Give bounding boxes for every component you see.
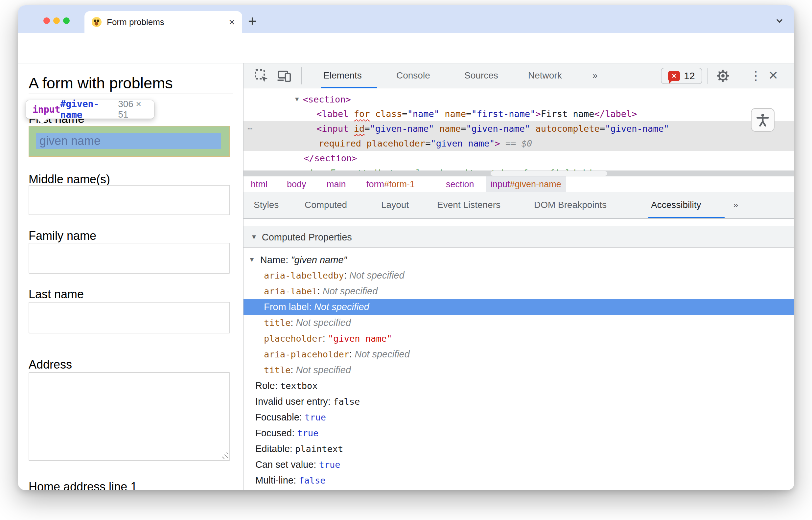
label-home-address-1: Home address line 1 xyxy=(29,480,137,490)
label-address: Address xyxy=(29,358,72,371)
tooltip-element-tag: input xyxy=(32,104,60,115)
browser-tab[interactable]: Form problems × xyxy=(84,11,242,33)
breadcrumb-input-selected[interactable]: input#given-name xyxy=(486,176,566,192)
error-count: 12 xyxy=(684,70,695,81)
breadcrumb-main[interactable]: main xyxy=(327,176,346,192)
tab-styles[interactable]: Styles xyxy=(254,192,279,218)
tab-computed[interactable]: Computed xyxy=(305,192,347,218)
collapse-triangle-icon: ▼ xyxy=(251,233,257,240)
dom-node-input-wrap[interactable]: required placeholder="given name"> == $0 xyxy=(244,136,794,151)
tab-title: Form problems xyxy=(107,17,229,27)
sidebar-more-tabs-icon[interactable]: » xyxy=(733,192,738,218)
ax-row-from-label-selected[interactable]: From label: Not specified xyxy=(244,299,794,315)
last-name-input[interactable] xyxy=(29,302,230,333)
ax-row-invalid-user-entry[interactable]: Invalid user entry: false xyxy=(244,393,794,409)
sidebar-spacer xyxy=(244,219,794,226)
tab-accessibility[interactable]: Accessibility xyxy=(651,192,701,218)
tab-dom-breakpoints[interactable]: DOM Breakpoints xyxy=(534,192,607,218)
tab-close-icon[interactable]: × xyxy=(229,17,235,27)
middle-name-input[interactable] xyxy=(29,185,230,215)
dom-node-input-selected[interactable]: <input id="given-name" name="given-name"… xyxy=(244,121,794,136)
ax-row-title-2[interactable]: title: Not specified xyxy=(244,362,794,378)
devtools-menu-icon[interactable]: ⋮ xyxy=(750,67,762,84)
dom-breadcrumbs: html body main form#form-1 section input… xyxy=(244,176,794,192)
accessibility-person-button[interactable] xyxy=(751,108,775,132)
ax-row-aria-label[interactable]: aria-label: Not specified xyxy=(244,283,794,299)
ax-row-role[interactable]: Role: textbox xyxy=(244,378,794,393)
scrollbar-thumb[interactable] xyxy=(491,171,607,176)
tab-search-chevron-icon[interactable] xyxy=(774,15,785,26)
ax-row-editable[interactable]: Editable: plaintext xyxy=(244,441,794,457)
tab-favicon-emoji-icon xyxy=(92,17,102,27)
dom-node-section-close[interactable]: </section> xyxy=(244,151,794,165)
dom-node-label[interactable]: <label for class="name" name="first-name… xyxy=(244,106,794,121)
new-tab-button[interactable]: + xyxy=(248,14,257,28)
traffic-light-close[interactable] xyxy=(43,18,50,24)
device-toolbar-icon[interactable] xyxy=(276,68,292,84)
tab-console[interactable]: Console xyxy=(396,63,430,88)
page-title: A form with problems xyxy=(29,74,173,92)
dom-node-section-open[interactable]: ▼<section> xyxy=(244,92,794,106)
console-errors-badge[interactable]: × 12 xyxy=(661,68,702,84)
tooltip-element-id: #given-name xyxy=(60,99,110,120)
devtools-toolbar: Elements Console Sources Network » × 12 xyxy=(244,63,794,88)
tooltip-element-size: 306 × 51 xyxy=(118,99,148,120)
inspect-tooltip: input#given-name 306 × 51 xyxy=(26,100,154,119)
browser-window: Form problems × + ← → form-problems.glit… xyxy=(18,5,794,490)
breadcrumb-html[interactable]: html xyxy=(251,176,268,192)
settings-gear-icon[interactable] xyxy=(715,68,731,83)
sidebar-tabs: Styles Computed Layout Event Listeners D… xyxy=(244,192,794,219)
traffic-light-minimize[interactable] xyxy=(53,18,60,24)
tab-layout[interactable]: Layout xyxy=(381,192,409,218)
content-area: A form with problems First name given na… xyxy=(18,63,794,490)
ax-row-aria-labelledby[interactable]: aria-labelledby: Not specified xyxy=(244,267,794,283)
dom-node-comment[interactable]: <!-- For attribute value doesn't match a… xyxy=(244,165,794,171)
tab-network[interactable]: Network xyxy=(528,63,562,88)
breadcrumb-section[interactable]: section xyxy=(446,176,474,192)
ax-row-focused[interactable]: Focused: true xyxy=(244,425,794,441)
label-last-name: Last name xyxy=(29,287,84,301)
label-middle-name: Middle name(s) xyxy=(29,173,110,186)
address-textarea[interactable] xyxy=(29,372,230,461)
first-name-input[interactable]: given name xyxy=(36,133,221,149)
ax-row-can-set-value[interactable]: Can set value: true xyxy=(244,457,794,472)
family-name-input[interactable] xyxy=(29,243,230,274)
breadcrumb-body[interactable]: body xyxy=(287,176,306,192)
browser-toolbar: ← → form-problems.glitch.me ★ xyxy=(18,33,794,63)
tab-event-listeners[interactable]: Event Listeners xyxy=(437,192,501,218)
ax-row-name[interactable]: ▼Name: "given name" xyxy=(244,252,794,267)
devtools-panel: Elements Console Sources Network » × 12 xyxy=(243,63,794,490)
breadcrumb-form[interactable]: form#form-1 xyxy=(366,176,415,192)
toolbar-divider xyxy=(301,67,302,84)
devtools-close-icon[interactable]: × xyxy=(769,66,778,85)
computed-properties-title: Computed Properties xyxy=(262,232,352,242)
accessibility-properties: ▼Name: "given name" aria-labelledby: Not… xyxy=(244,248,794,490)
ax-row-multi-line[interactable]: Multi-line: false xyxy=(244,472,794,488)
title-divider xyxy=(29,94,233,94)
computed-properties-header[interactable]: ▼Computed Properties xyxy=(244,226,794,248)
error-bubble-icon: × xyxy=(668,71,680,81)
more-tabs-icon[interactable]: » xyxy=(592,63,598,88)
label-family-name: Family name xyxy=(29,229,96,243)
inspect-element-icon[interactable] xyxy=(253,68,269,84)
tab-elements[interactable]: Elements xyxy=(323,63,362,88)
ax-row-placeholder[interactable]: placeholder: "given name" xyxy=(244,331,794,346)
tab-sources[interactable]: Sources xyxy=(464,63,498,88)
traffic-light-zoom[interactable] xyxy=(63,18,70,24)
accessibility-tab-underline xyxy=(649,217,725,218)
ax-row-aria-placeholder[interactable]: aria-placeholder: Not specified xyxy=(244,346,794,362)
tab-strip: Form problems × + xyxy=(18,5,794,33)
horizontal-scrollbar[interactable] xyxy=(244,171,794,176)
page-form-pane: A form with problems First name given na… xyxy=(18,63,243,490)
elements-dom-tree: ⋯ ▼<section> <label for class="name" nam… xyxy=(244,88,794,171)
toolbar-divider xyxy=(707,68,708,84)
ax-row-focusable[interactable]: Focusable: true xyxy=(244,409,794,425)
textarea-resize-handle-icon[interactable] xyxy=(221,451,228,459)
ax-row-title[interactable]: title: Not specified xyxy=(244,315,794,331)
